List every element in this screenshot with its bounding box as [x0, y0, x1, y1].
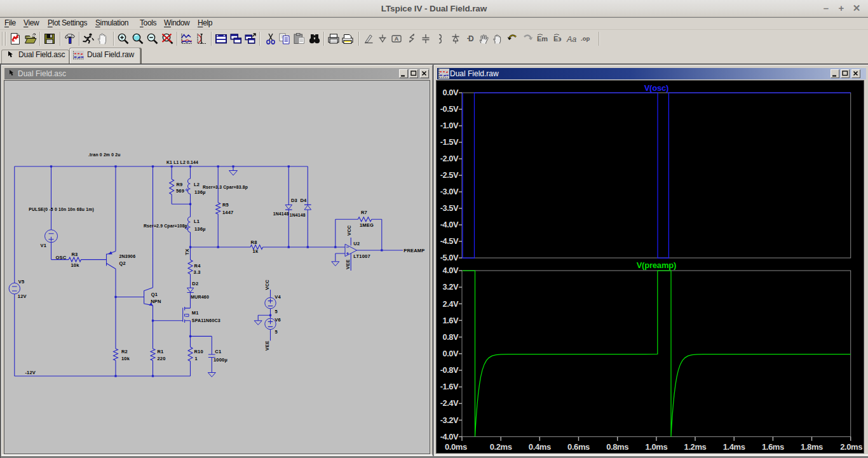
- svg-text:PREAMP: PREAMP: [403, 248, 424, 253]
- svg-text:V5: V5: [18, 279, 25, 285]
- svg-text:-4.0V: -4.0V: [440, 432, 459, 441]
- svg-text:D2: D2: [192, 281, 198, 286]
- svg-text:L2: L2: [194, 182, 200, 187]
- svg-text:NPN: NPN: [151, 299, 161, 304]
- svg-text:5: 5: [275, 309, 278, 314]
- svg-text:0.8ms: 0.8ms: [606, 442, 628, 452]
- svg-text:V4: V4: [275, 294, 281, 300]
- svg-text:L1: L1: [194, 219, 200, 224]
- svg-text:C1: C1: [215, 349, 221, 354]
- svg-text:1447: 1447: [222, 210, 234, 215]
- svg-text:VEE: VEE: [264, 340, 270, 351]
- svg-text:1.0ms: 1.0ms: [645, 442, 667, 452]
- svg-text:R1: R1: [157, 349, 163, 354]
- svg-text:VEE: VEE: [345, 259, 351, 269]
- svg-text:A: A: [395, 36, 399, 42]
- svg-text:0.4ms: 0.4ms: [529, 442, 551, 452]
- svg-text:1: 1: [195, 356, 198, 361]
- svg-text:0.8V: 0.8V: [442, 332, 458, 342]
- svg-text:0.0V: 0.0V: [442, 349, 458, 358]
- svg-text:136µ: 136µ: [194, 226, 206, 232]
- svg-text:R2: R2: [121, 349, 128, 354]
- svg-text:0.0V: 0.0V: [442, 88, 458, 97]
- svg-text:4.0V: 4.0V: [442, 266, 458, 275]
- svg-text:M1: M1: [192, 310, 199, 316]
- svg-text:-2.5V: -2.5V: [440, 170, 459, 180]
- svg-text:V(preamp): V(preamp): [637, 260, 677, 270]
- svg-text:VCC: VCC: [346, 225, 352, 236]
- svg-text:Q1: Q1: [151, 292, 158, 297]
- svg-text:R3: R3: [72, 252, 78, 257]
- svg-text:PULSE(0 -5 0 10n 10n 68u 1m): PULSE(0 -5 0 10n 10n 68u 1m): [29, 207, 94, 212]
- svg-text:U2: U2: [353, 241, 360, 246]
- svg-text:220: 220: [157, 356, 165, 361]
- svg-text:MUR460: MUR460: [191, 295, 209, 299]
- svg-text:1.2ms: 1.2ms: [684, 442, 707, 452]
- svg-text:1.6ms: 1.6ms: [762, 442, 784, 452]
- svg-text:0.2ms: 0.2ms: [490, 442, 512, 452]
- svg-text:-0.5V: -0.5V: [440, 104, 459, 114]
- svg-text:-2.4V: -2.4V: [440, 398, 459, 408]
- svg-text:Em: Em: [537, 35, 548, 43]
- svg-text:.tran 0 2m 0 2u: .tran 0 2m 0 2u: [88, 152, 121, 157]
- svg-text:0.0ms: 0.0ms: [445, 442, 467, 452]
- svg-text:TX: TX: [184, 249, 190, 255]
- svg-text:-1.5V: -1.5V: [440, 137, 459, 147]
- svg-text:Aa: Aa: [566, 35, 576, 44]
- svg-text:-12V: -12V: [25, 370, 36, 375]
- svg-text:-3.2V: -3.2V: [440, 415, 459, 425]
- svg-text:136µ: 136µ: [194, 189, 206, 195]
- svg-text:-4.0V: -4.0V: [440, 220, 459, 229]
- svg-text:E϶: E϶: [553, 35, 562, 43]
- svg-text:1N4148: 1N4148: [290, 213, 306, 217]
- svg-text:D4: D4: [300, 198, 307, 203]
- svg-text:-1.0V: -1.0V: [440, 121, 459, 130]
- svg-text:1.4ms: 1.4ms: [723, 442, 745, 452]
- svg-text:LT1007: LT1007: [353, 253, 370, 259]
- svg-text:1.6V: 1.6V: [442, 316, 458, 325]
- svg-text:2.4V: 2.4V: [442, 299, 458, 309]
- svg-text:R10: R10: [194, 349, 203, 354]
- svg-text:-2.0V: -2.0V: [440, 154, 459, 163]
- svg-text:-5.0V: -5.0V: [440, 253, 459, 262]
- svg-text:V(osc): V(osc): [644, 83, 669, 93]
- svg-text:-4.5V: -4.5V: [440, 236, 459, 246]
- svg-text:R5: R5: [222, 202, 229, 208]
- svg-text:-3.0V: -3.0V: [440, 187, 459, 196]
- svg-text:10k: 10k: [121, 356, 130, 361]
- svg-text:3.2V: 3.2V: [442, 282, 458, 292]
- svg-text:K1 L1 L2 0.144: K1 L1 L2 0.144: [166, 160, 198, 165]
- svg-text:1N4148: 1N4148: [273, 212, 289, 216]
- svg-text:2N3906: 2N3906: [119, 254, 136, 259]
- svg-text:V1: V1: [41, 243, 47, 248]
- svg-text:569: 569: [176, 188, 184, 194]
- svg-text:OSC: OSC: [55, 255, 66, 260]
- svg-text:1000µ: 1000µ: [214, 357, 227, 363]
- svg-text:2.0ms: 2.0ms: [840, 442, 862, 452]
- svg-text:.op: .op: [581, 35, 590, 42]
- svg-text:R7: R7: [361, 210, 367, 215]
- svg-text:10k: 10k: [71, 262, 80, 268]
- svg-text:R9: R9: [177, 182, 183, 187]
- svg-text:-3.5V: -3.5V: [440, 203, 459, 213]
- svg-text:1.8ms: 1.8ms: [801, 442, 823, 452]
- svg-text:-0.8V: -0.8V: [440, 365, 459, 375]
- svg-text:Rser=2.9 Cpar=108p: Rser=2.9 Cpar=108p: [144, 224, 187, 229]
- svg-text:Rser=3.3 Cpar=83.8p: Rser=3.3 Cpar=83.8p: [203, 185, 248, 190]
- svg-text:1k: 1k: [253, 248, 259, 254]
- svg-text:D3: D3: [291, 198, 297, 203]
- svg-text:0.6ms: 0.6ms: [567, 442, 590, 452]
- svg-text:VCC: VCC: [264, 280, 270, 290]
- svg-text:Q2: Q2: [119, 260, 126, 266]
- svg-text:1MEG: 1MEG: [360, 222, 374, 228]
- svg-text:V6: V6: [275, 317, 281, 323]
- svg-text:R4: R4: [194, 263, 201, 269]
- svg-text:5: 5: [275, 329, 278, 335]
- svg-text:3.3: 3.3: [194, 269, 201, 275]
- svg-text:-1.6V: -1.6V: [440, 382, 459, 391]
- svg-text:R8: R8: [251, 239, 257, 245]
- svg-text:12V: 12V: [18, 293, 27, 299]
- svg-text:SPA11N60C3: SPA11N60C3: [192, 318, 220, 323]
